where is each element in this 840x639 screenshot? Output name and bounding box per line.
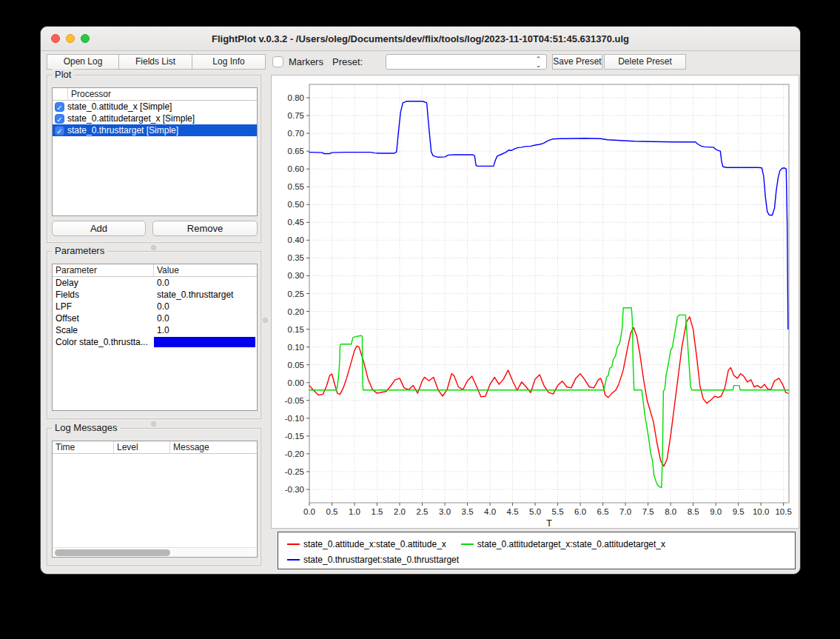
y-tick-label: -0.25 [285,467,304,476]
markers-checkbox[interactable] [272,56,283,67]
scrollbar-thumb[interactable] [55,549,170,556]
y-tick-label: -0.10 [285,414,304,423]
y-tick-label: 0.20 [288,307,304,316]
legend-row: state_0.attitude_x:state_0.attitude_xsta… [287,536,795,552]
close-window-button[interactable] [51,34,60,43]
x-tick-label: 1.0 [349,507,360,516]
y-tick-label: 0.80 [288,93,304,102]
legend-item[interactable]: state_0.attitudetarget_x:state_0.attitud… [461,539,665,549]
open-log-button[interactable]: Open Log [47,54,119,70]
toolbar: Open Log Fields List Log Info Markers Pr… [41,52,800,71]
message-column-header: Message [170,441,257,453]
legend-line-icon [287,543,300,545]
title-bar: FlightPlot v.0.3.2 - /Users/oleg/Documen… [41,27,800,51]
zoom-window-button[interactable] [81,34,90,43]
y-tick-label: 0.45 [288,218,304,227]
y-tick-label: 0.35 [288,253,304,262]
x-tick-label: 4.0 [484,507,496,516]
preset-combobox[interactable]: ⌃⌄ [386,54,547,70]
y-tick-label: 0.75 [288,111,304,120]
y-tick-label: 0.25 [288,290,304,298]
log-messages-group: Log Messages Time Level Message [47,428,261,566]
parameter-value-cell[interactable]: 0.0 [154,312,257,324]
parameters-group-title: Parameters [52,245,107,256]
parameter-row[interactable]: Scale1.0 [53,324,257,336]
checked-checkbox-icon[interactable]: ✓ [55,102,64,112]
x-tick-label: 3.0 [439,507,451,516]
parameter-column-header: Parameter [53,264,154,276]
y-tick-label: 0.15 [288,325,304,334]
combobox-stepper-icon[interactable]: ⌃⌄ [533,56,544,68]
parameter-row[interactable]: Fieldsstate_0.thrusttarget [53,289,257,301]
parameter-value-cell[interactable]: 1.0 [154,324,257,336]
x-tick-label: 3.5 [462,507,474,516]
checked-checkbox-icon[interactable]: ✓ [55,114,64,124]
parameter-name-cell: Color state_0.thrustta... [53,336,154,348]
flight-chart-panel[interactable]: 0.800.750.700.650.600.550.500.450.400.35… [271,75,799,529]
parameter-value-cell[interactable]: 0.0 [154,277,257,289]
checked-checkbox-icon[interactable]: ✓ [55,126,64,136]
plot-list-item[interactable]: ✓state_0.attitudetarget_x [Simple] [53,113,257,124]
plot-item-label: state_0.attitude_x [Simple] [67,101,172,112]
parameters-table-header: Parameter Value [53,264,257,277]
splitter-handle[interactable] [151,421,156,426]
add-button[interactable]: Add [52,221,146,236]
parameter-name-cell: Scale [53,324,154,336]
horizontal-scrollbar[interactable] [53,547,256,556]
legend-line-icon [287,559,300,561]
delete-preset-button[interactable]: Delete Preset [604,54,686,70]
x-tick-label: 9.5 [733,507,745,516]
x-tick-label: 9.0 [710,507,722,516]
level-column-header: Level [114,441,170,453]
legend-item[interactable]: state_0.thrusttarget:state_0.thrusttarge… [287,555,459,565]
y-tick-label: 0.00 [288,378,304,387]
y-tick-label: -0.15 [285,432,304,441]
parameters-group: Parameters Parameter Value Delay0.0Field… [47,251,261,419]
x-tick-label: 8.0 [665,507,676,516]
parameter-name-cell: Fields [53,289,154,301]
log-messages-table[interactable]: Time Level Message [52,441,258,558]
parameters-table[interactable]: Parameter Value Delay0.0Fieldsstate_0.th… [52,264,258,411]
parameter-row[interactable]: Offset0.0 [53,312,257,324]
x-tick-label: 0.5 [326,507,338,516]
x-axis-label: T [546,518,552,528]
minimize-window-button[interactable] [66,34,75,43]
parameter-row[interactable]: LPF0.0 [53,301,257,312]
parameter-name-cell: LPF [53,301,154,312]
parameter-row[interactable]: Delay0.0 [53,277,257,289]
fields-list-button[interactable]: Fields List [118,54,192,70]
processor-list[interactable]: Processor ✓state_0.attitude_x [Simple]✓s… [52,87,258,216]
plot-list-item[interactable]: ✓state_0.thrusttarget [Simple] [53,124,257,136]
parameter-value-cell[interactable]: state_0.thrusttarget [154,289,257,301]
y-tick-label: 0.30 [288,271,304,280]
log-info-button[interactable]: Log Info [192,54,266,70]
legend-item[interactable]: state_0.attitude_x:state_0.attitude_x [287,539,446,549]
parameter-value-cell[interactable]: 0.0 [154,301,257,312]
x-tick-label: 5.0 [529,507,541,516]
splitter-handle[interactable] [151,245,156,250]
color-swatch[interactable] [154,337,255,347]
flight-chart[interactable]: 0.800.750.700.650.600.550.500.450.400.35… [272,76,799,528]
y-tick-label: 0.60 [288,164,304,173]
log-messages-group-title: Log Messages [52,422,121,433]
plot-group-title: Plot [52,69,74,80]
window-title: FlightPlot v.0.3.2 - /Users/oleg/Documen… [212,33,629,44]
x-tick-label: 2.0 [394,507,406,516]
time-column-header: Time [53,441,114,453]
y-tick-label: 0.55 [288,182,304,191]
y-tick-label: 0.40 [288,235,304,244]
legend-label: state_0.attitudetarget_x:state_0.attitud… [477,539,665,549]
plot-group: Plot Processor ✓state_0.attitude_x [Simp… [47,75,261,243]
plot-list-item[interactable]: ✓state_0.attitude_x [Simple] [53,101,257,113]
x-tick-label: 7.5 [642,507,654,516]
legend-row: state_0.thrusttarget:state_0.thrusttarge… [287,552,795,567]
parameter-color-row[interactable]: Color state_0.thrustta... [53,336,257,348]
checkbox-column-header [53,88,68,100]
remove-button[interactable]: Remove [152,221,258,236]
processor-column-header: Processor [68,88,257,100]
chart-legend: state_0.attitude_x:state_0.attitude_xsta… [278,532,796,569]
save-preset-button[interactable]: Save Preset [552,54,602,70]
x-tick-label: 6.5 [597,507,609,516]
x-tick-label: 6.0 [574,507,586,516]
vertical-splitter-handle[interactable] [263,318,268,323]
